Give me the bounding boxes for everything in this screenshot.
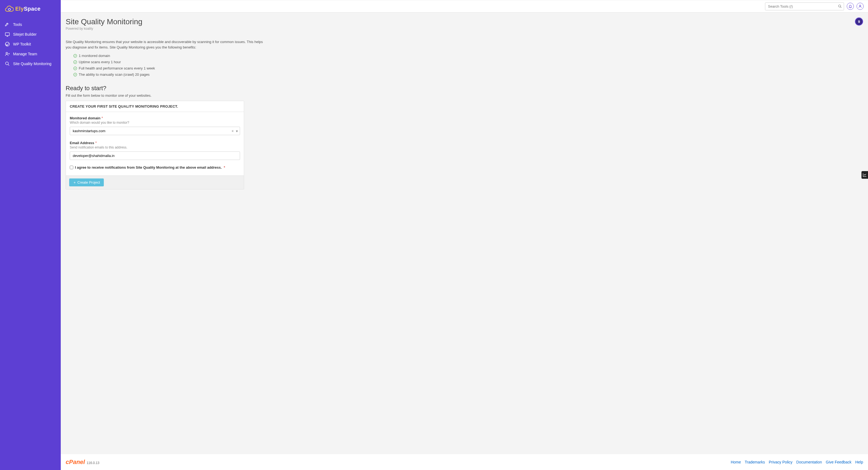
domain-select[interactable] xyxy=(70,127,240,135)
sidebar-item-label: WP Toolkit xyxy=(13,42,31,46)
chart-icon xyxy=(863,173,867,177)
benefit-text: The ability to manually scan (crawl) 20 … xyxy=(79,72,150,76)
required-mark: * xyxy=(95,140,97,145)
benefit-item: The ability to manually scan (crawl) 20 … xyxy=(73,71,863,77)
page-description: Site Quality Monitoring ensures that you… xyxy=(66,39,265,50)
sidebar-item-tools[interactable]: Tools xyxy=(0,20,61,29)
user-button[interactable] xyxy=(857,3,864,10)
sidebar-nav: Tools Sitejet Builder WP Toolkit Manage … xyxy=(0,18,61,69)
topbar xyxy=(61,0,868,12)
email-input[interactable] xyxy=(70,152,240,160)
cloud-logo-icon xyxy=(4,5,13,12)
agree-checkbox[interactable] xyxy=(70,166,73,169)
email-hint: Send notification emails to this address… xyxy=(70,146,240,149)
svg-point-10 xyxy=(73,73,77,76)
create-project-button[interactable]: Create Project xyxy=(69,179,104,186)
benefit-item: Uptime scans every 1 hour xyxy=(73,59,863,65)
sidebar-item-sitejet[interactable]: Sitejet Builder xyxy=(0,29,61,39)
agree-label: I agree to receive notifications from Si… xyxy=(75,165,225,169)
side-stats-tab[interactable] xyxy=(862,171,868,179)
create-button-label: Create Project xyxy=(78,180,100,184)
email-label: Email Address xyxy=(70,141,94,145)
page-subtitle: Powered by koality xyxy=(66,27,863,31)
benefit-item: Full health and performance scans every … xyxy=(73,65,863,71)
clear-icon[interactable]: × xyxy=(231,129,234,133)
check-icon xyxy=(73,66,77,70)
svg-point-8 xyxy=(73,61,77,64)
email-field: Email Address * Send notification emails… xyxy=(70,140,240,160)
version-text: 116.0.13 xyxy=(87,461,99,465)
team-icon xyxy=(5,52,10,56)
benefit-text: 1 monitored domain xyxy=(79,54,110,58)
create-project-panel: CREATE YOUR FIRST SITE QUALITY MONITORIN… xyxy=(66,101,244,189)
wordpress-icon xyxy=(5,42,10,46)
notifications-button[interactable] xyxy=(847,3,854,10)
magnify-icon xyxy=(5,61,10,66)
bell-icon xyxy=(848,4,852,8)
footer: cPanel 116.0.13 Home Trademarks Privacy … xyxy=(61,454,868,470)
svg-rect-1 xyxy=(5,33,9,36)
footer-link-help[interactable]: Help xyxy=(855,460,863,464)
required-mark: * xyxy=(102,116,103,120)
brand-part2: Space xyxy=(24,6,40,12)
domain-hint: Which domain would you like to monitor? xyxy=(70,121,240,125)
sidebar-item-label: Tools xyxy=(13,22,22,27)
agree-row: I agree to receive notifications from Si… xyxy=(70,165,240,171)
ready-subtitle: Fill out the form below to monitor one o… xyxy=(66,93,863,98)
svg-point-4 xyxy=(5,62,8,65)
check-icon xyxy=(73,73,77,76)
score-badge[interactable]: 9 xyxy=(855,18,863,26)
panel-footer: Create Project xyxy=(66,176,244,189)
benefit-text: Full health and performance scans every … xyxy=(79,66,155,70)
footer-link-trademarks[interactable]: Trademarks xyxy=(745,460,765,464)
svg-point-5 xyxy=(839,5,841,7)
panel-header: CREATE YOUR FIRST SITE QUALITY MONITORIN… xyxy=(66,101,244,112)
benefits-list: 1 monitored domain Uptime scans every 1 … xyxy=(66,53,863,77)
chevron-down-icon[interactable]: ▾ xyxy=(236,129,238,133)
footer-links: Home Trademarks Privacy Policy Documenta… xyxy=(731,460,863,464)
sidebar-item-manageteam[interactable]: Manage Team xyxy=(0,49,61,59)
benefit-item: 1 monitored domain xyxy=(73,53,863,59)
brand-part1: Ely xyxy=(15,6,24,12)
page-title: Site Quality Monitoring xyxy=(66,18,863,26)
logo[interactable]: ElySpace xyxy=(0,0,61,18)
svg-point-7 xyxy=(73,54,77,58)
sidebar: ElySpace Tools Sitejet Builder WP Toolki… xyxy=(0,0,61,470)
cpanel-logo: cPanel xyxy=(66,459,85,466)
sidebar-item-sqm[interactable]: Site Quality Monitoring xyxy=(0,59,61,69)
footer-link-feedback[interactable]: Give Feedback xyxy=(826,460,851,464)
benefit-text: Uptime scans every 1 hour xyxy=(79,60,121,64)
plus-icon xyxy=(73,181,76,184)
sidebar-item-label: Sitejet Builder xyxy=(13,32,36,36)
footer-link-docs[interactable]: Documentation xyxy=(796,460,822,464)
footer-link-privacy[interactable]: Privacy Policy xyxy=(769,460,793,464)
search-icon xyxy=(838,4,842,8)
sidebar-item-label: Site Quality Monitoring xyxy=(13,62,52,66)
ready-title: Ready to start? xyxy=(66,85,863,92)
search-input[interactable] xyxy=(765,2,844,10)
footer-link-home[interactable]: Home xyxy=(731,460,741,464)
sidebar-item-label: Manage Team xyxy=(13,52,37,56)
svg-point-0 xyxy=(8,8,11,10)
search-wrap xyxy=(765,2,844,10)
domain-field: Monitored domain * Which domain would yo… xyxy=(70,116,240,135)
svg-point-3 xyxy=(6,52,8,54)
user-icon xyxy=(858,4,862,8)
check-icon xyxy=(73,54,77,58)
domain-label: Monitored domain xyxy=(70,116,100,120)
sidebar-item-wptoolkit[interactable]: WP Toolkit xyxy=(0,39,61,49)
monitor-icon xyxy=(5,32,10,37)
svg-point-9 xyxy=(73,67,77,70)
content: 9 Site Quality Monitoring Powered by koa… xyxy=(61,12,868,454)
tools-icon xyxy=(5,22,10,27)
check-icon xyxy=(73,60,77,64)
svg-point-6 xyxy=(860,5,861,6)
